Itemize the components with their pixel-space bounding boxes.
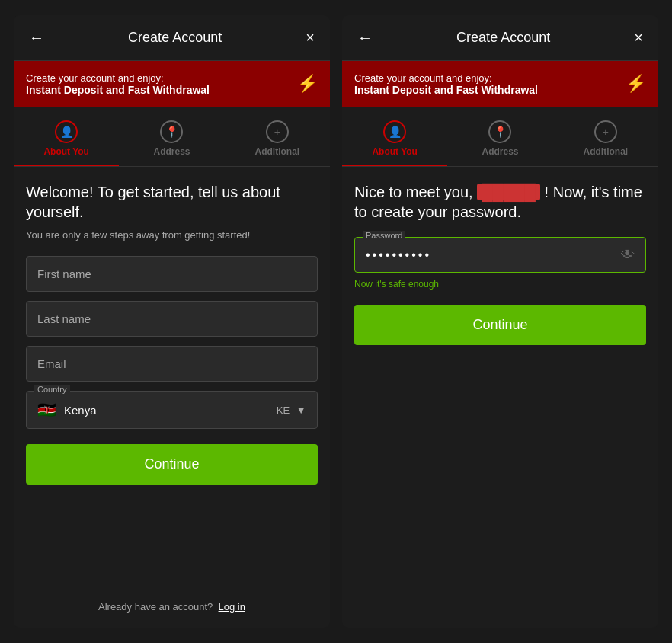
- lightning-icon-2: ⚡: [626, 74, 646, 94]
- country-code: KE: [277, 405, 290, 416]
- tab-additional-2[interactable]: + Additional: [553, 114, 658, 166]
- nice-to-meet-title: Nice to meet you, █████ ! Now, it's time…: [354, 182, 646, 222]
- tab-about-you-2[interactable]: 👤 About You: [342, 114, 447, 166]
- screens-container: ← Create Account × Create your account a…: [0, 0, 672, 643]
- tab-additional-icon-2: +: [594, 120, 617, 143]
- tab-about-you-1[interactable]: 👤 About You: [14, 114, 119, 166]
- header-title-1: Create Account: [128, 30, 222, 46]
- tab-address-label-1: Address: [153, 146, 190, 157]
- tab-address-label-2: Address: [482, 146, 518, 157]
- welcome-sub: You are only a few steps away from getti…: [26, 229, 318, 241]
- banner-text-1: Create your account and enjoy: Instant D…: [26, 72, 210, 96]
- tab-additional-1[interactable]: + Additional: [225, 114, 330, 166]
- screen-1-about-you: ← Create Account × Create your account a…: [14, 15, 330, 628]
- redacted-name: █████: [477, 184, 540, 200]
- login-link[interactable]: Log in: [219, 601, 245, 613]
- banner-line1-1: Create your account and enjoy:: [26, 72, 210, 84]
- password-label: Password: [363, 231, 405, 240]
- back-button-2[interactable]: ←: [354, 26, 376, 50]
- tab-about-you-icon-2: 👤: [383, 120, 406, 143]
- tab-additional-icon-1: +: [266, 120, 289, 143]
- country-name: Kenya: [64, 404, 277, 417]
- tabs-2: 👤 About You 📍 Address + Additional: [342, 107, 658, 167]
- password-dots: ••••••••••: [366, 248, 621, 262]
- tab-address-icon-1: 📍: [160, 120, 183, 143]
- header-title-2: Create Account: [456, 30, 550, 46]
- first-name-input[interactable]: [26, 256, 318, 292]
- header-1: ← Create Account ×: [14, 15, 330, 61]
- banner-line1-2: Create your account and enjoy:: [354, 72, 538, 84]
- banner-2: Create your account and enjoy: Instant D…: [342, 61, 658, 107]
- kenya-flag-icon: 🇰🇪: [37, 401, 56, 419]
- email-input[interactable]: [26, 346, 318, 382]
- tab-address-1[interactable]: 📍 Address: [119, 114, 224, 166]
- content-2: Nice to meet you, █████ ! Now, it's time…: [342, 167, 658, 628]
- screen-2-password: ← Create Account × Create your account a…: [342, 15, 658, 628]
- password-hint: Now it's safe enough: [354, 279, 646, 290]
- continue-button-1[interactable]: Continue: [26, 444, 318, 485]
- dropdown-arrow-icon: ▼: [296, 404, 306, 416]
- tab-additional-label-2: Additional: [583, 146, 628, 157]
- banner-line2-1: Instant Deposit and Fast Withdrawal: [26, 84, 210, 96]
- lightning-icon-1: ⚡: [297, 74, 318, 94]
- password-input-row: •••••••••• 👁: [355, 238, 645, 272]
- continue-button-2[interactable]: Continue: [354, 305, 646, 345]
- close-button-1[interactable]: ×: [302, 26, 318, 50]
- last-name-input[interactable]: [26, 301, 318, 337]
- back-button-1[interactable]: ←: [26, 26, 47, 50]
- content-1: Welcome! To get started, tell us about y…: [14, 167, 330, 628]
- tab-address-icon-2: 📍: [488, 120, 511, 143]
- login-prompt-text: Already have an account?: [98, 601, 213, 613]
- tab-about-you-label-2: About You: [372, 146, 418, 157]
- close-button-2[interactable]: ×: [631, 26, 646, 50]
- country-label: Country: [34, 385, 70, 394]
- banner-line2-2: Instant Deposit and Fast Withdrawal: [354, 84, 538, 96]
- login-prompt: Already have an account? Log in: [26, 601, 318, 613]
- banner-1: Create your account and enjoy: Instant D…: [14, 61, 330, 107]
- tabs-1: 👤 About You 📍 Address + Additional: [14, 107, 330, 167]
- header-2: ← Create Account ×: [342, 15, 658, 61]
- welcome-title: Welcome! To get started, tell us about y…: [26, 182, 318, 222]
- tab-about-you-icon-1: 👤: [55, 120, 78, 143]
- tab-about-you-label-1: About You: [43, 146, 89, 157]
- tab-additional-label-1: Additional: [254, 146, 299, 157]
- banner-text-2: Create your account and enjoy: Instant D…: [354, 72, 538, 96]
- password-wrapper: Password •••••••••• 👁: [354, 237, 646, 273]
- eye-toggle-icon[interactable]: 👁: [621, 247, 635, 263]
- tab-address-2[interactable]: 📍 Address: [447, 114, 552, 166]
- country-selector[interactable]: Country 🇰🇪 Kenya KE ▼: [26, 391, 318, 429]
- nice-to-meet-pre: Nice to meet you,: [354, 184, 473, 200]
- country-select-row: 🇰🇪 Kenya KE ▼: [27, 392, 317, 428]
